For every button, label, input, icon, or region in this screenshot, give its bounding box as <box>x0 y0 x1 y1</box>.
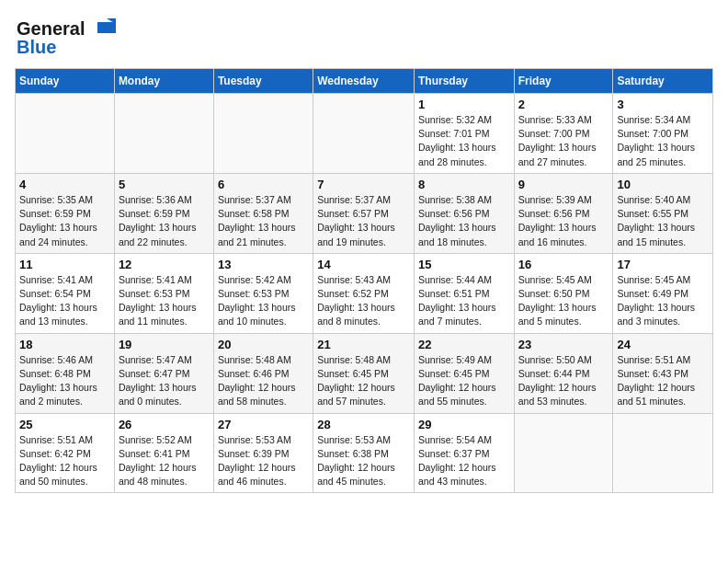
calendar-week-4: 18Sunrise: 5:46 AM Sunset: 6:48 PM Dayli… <box>16 333 713 413</box>
day-info: Sunrise: 5:34 AM Sunset: 7:00 PM Dayligh… <box>617 113 709 169</box>
calendar-week-5: 25Sunrise: 5:51 AM Sunset: 6:42 PM Dayli… <box>16 413 713 493</box>
day-number: 9 <box>518 178 609 191</box>
day-info: Sunrise: 5:32 AM Sunset: 7:01 PM Dayligh… <box>418 113 510 169</box>
day-number: 15 <box>418 258 510 271</box>
day-info: Sunrise: 5:41 AM Sunset: 6:53 PM Dayligh… <box>119 273 210 329</box>
calendar-cell: 29Sunrise: 5:54 AM Sunset: 6:37 PM Dayli… <box>414 413 514 493</box>
day-number: 12 <box>119 258 210 271</box>
day-info: Sunrise: 5:53 AM Sunset: 6:38 PM Dayligh… <box>317 433 410 489</box>
day-info: Sunrise: 5:35 AM Sunset: 6:59 PM Dayligh… <box>19 193 110 249</box>
day-number: 13 <box>218 258 309 271</box>
calendar-cell: 28Sunrise: 5:53 AM Sunset: 6:38 PM Dayli… <box>313 413 415 493</box>
day-number: 8 <box>418 178 510 191</box>
svg-marker-2 <box>97 22 116 33</box>
calendar-week-1: 1Sunrise: 5:32 AM Sunset: 7:01 PM Daylig… <box>16 94 713 174</box>
svg-text:General: General <box>17 18 85 39</box>
day-header-thursday: Thursday <box>414 69 514 94</box>
calendar-cell: 26Sunrise: 5:52 AM Sunset: 6:41 PM Dayli… <box>114 413 213 493</box>
calendar-cell: 4Sunrise: 5:35 AM Sunset: 6:59 PM Daylig… <box>16 173 115 253</box>
day-info: Sunrise: 5:52 AM Sunset: 6:41 PM Dayligh… <box>119 433 210 489</box>
calendar-cell: 24Sunrise: 5:51 AM Sunset: 6:43 PM Dayli… <box>613 333 713 413</box>
header: General Blue <box>15 15 713 61</box>
day-info: Sunrise: 5:46 AM Sunset: 6:48 PM Dayligh… <box>19 353 110 409</box>
day-number: 2 <box>518 98 609 111</box>
calendar-week-3: 11Sunrise: 5:41 AM Sunset: 6:54 PM Dayli… <box>16 253 713 333</box>
day-number: 6 <box>218 178 309 191</box>
day-header-tuesday: Tuesday <box>213 69 313 94</box>
day-number: 22 <box>418 338 510 351</box>
day-info: Sunrise: 5:51 AM Sunset: 6:43 PM Dayligh… <box>617 353 709 409</box>
calendar-cell: 13Sunrise: 5:42 AM Sunset: 6:53 PM Dayli… <box>213 253 313 333</box>
calendar-header-row: SundayMondayTuesdayWednesdayThursdayFrid… <box>16 69 713 94</box>
calendar-cell: 9Sunrise: 5:39 AM Sunset: 6:56 PM Daylig… <box>514 173 613 253</box>
day-number: 24 <box>617 338 709 351</box>
day-info: Sunrise: 5:53 AM Sunset: 6:39 PM Dayligh… <box>218 433 309 489</box>
day-number: 20 <box>218 338 309 351</box>
calendar-cell: 14Sunrise: 5:43 AM Sunset: 6:52 PM Dayli… <box>313 253 415 333</box>
day-header-sunday: Sunday <box>16 69 115 94</box>
calendar-cell <box>613 413 713 493</box>
calendar-cell: 8Sunrise: 5:38 AM Sunset: 6:56 PM Daylig… <box>414 173 514 253</box>
calendar-cell <box>114 94 213 174</box>
calendar-cell: 27Sunrise: 5:53 AM Sunset: 6:39 PM Dayli… <box>213 413 313 493</box>
day-header-monday: Monday <box>114 69 213 94</box>
day-number: 27 <box>218 418 309 431</box>
day-number: 29 <box>418 418 510 431</box>
day-number: 28 <box>317 418 410 431</box>
day-number: 5 <box>119 178 210 191</box>
calendar-cell: 17Sunrise: 5:45 AM Sunset: 6:49 PM Dayli… <box>613 253 713 333</box>
calendar-cell: 23Sunrise: 5:50 AM Sunset: 6:44 PM Dayli… <box>514 333 613 413</box>
calendar-cell: 25Sunrise: 5:51 AM Sunset: 6:42 PM Dayli… <box>16 413 115 493</box>
day-info: Sunrise: 5:47 AM Sunset: 6:47 PM Dayligh… <box>119 353 210 409</box>
day-info: Sunrise: 5:49 AM Sunset: 6:45 PM Dayligh… <box>418 353 510 409</box>
calendar-cell: 18Sunrise: 5:46 AM Sunset: 6:48 PM Dayli… <box>16 333 115 413</box>
calendar-body: 1Sunrise: 5:32 AM Sunset: 7:01 PM Daylig… <box>16 94 713 493</box>
calendar-cell: 20Sunrise: 5:48 AM Sunset: 6:46 PM Dayli… <box>213 333 313 413</box>
day-info: Sunrise: 5:36 AM Sunset: 6:59 PM Dayligh… <box>119 193 210 249</box>
day-number: 1 <box>418 98 510 111</box>
calendar-cell: 3Sunrise: 5:34 AM Sunset: 7:00 PM Daylig… <box>613 94 713 174</box>
day-info: Sunrise: 5:41 AM Sunset: 6:54 PM Dayligh… <box>19 273 110 329</box>
day-info: Sunrise: 5:42 AM Sunset: 6:53 PM Dayligh… <box>218 273 309 329</box>
calendar-cell <box>514 413 613 493</box>
calendar-cell: 19Sunrise: 5:47 AM Sunset: 6:47 PM Dayli… <box>114 333 213 413</box>
calendar-cell: 21Sunrise: 5:48 AM Sunset: 6:45 PM Dayli… <box>313 333 415 413</box>
day-info: Sunrise: 5:40 AM Sunset: 6:55 PM Dayligh… <box>617 193 709 249</box>
day-info: Sunrise: 5:45 AM Sunset: 6:50 PM Dayligh… <box>518 273 609 329</box>
day-number: 3 <box>617 98 709 111</box>
logo-svg: General Blue <box>15 15 116 61</box>
day-info: Sunrise: 5:37 AM Sunset: 6:58 PM Dayligh… <box>218 193 309 249</box>
day-number: 11 <box>19 258 110 271</box>
calendar-cell: 7Sunrise: 5:37 AM Sunset: 6:57 PM Daylig… <box>313 173 415 253</box>
calendar-cell: 22Sunrise: 5:49 AM Sunset: 6:45 PM Dayli… <box>414 333 514 413</box>
logo: General Blue <box>15 15 116 61</box>
day-header-friday: Friday <box>514 69 613 94</box>
day-info: Sunrise: 5:54 AM Sunset: 6:37 PM Dayligh… <box>418 433 510 489</box>
day-number: 26 <box>119 418 210 431</box>
day-info: Sunrise: 5:37 AM Sunset: 6:57 PM Dayligh… <box>317 193 410 249</box>
calendar-cell <box>313 94 415 174</box>
calendar-cell: 15Sunrise: 5:44 AM Sunset: 6:51 PM Dayli… <box>414 253 514 333</box>
calendar-cell: 12Sunrise: 5:41 AM Sunset: 6:53 PM Dayli… <box>114 253 213 333</box>
calendar-cell: 2Sunrise: 5:33 AM Sunset: 7:00 PM Daylig… <box>514 94 613 174</box>
day-number: 21 <box>317 338 410 351</box>
day-number: 16 <box>518 258 609 271</box>
day-info: Sunrise: 5:43 AM Sunset: 6:52 PM Dayligh… <box>317 273 410 329</box>
day-number: 18 <box>19 338 110 351</box>
day-number: 23 <box>518 338 609 351</box>
day-info: Sunrise: 5:48 AM Sunset: 6:45 PM Dayligh… <box>317 353 410 409</box>
day-number: 4 <box>19 178 110 191</box>
day-header-wednesday: Wednesday <box>313 69 415 94</box>
calendar-cell: 1Sunrise: 5:32 AM Sunset: 7:01 PM Daylig… <box>414 94 514 174</box>
day-info: Sunrise: 5:38 AM Sunset: 6:56 PM Dayligh… <box>418 193 510 249</box>
day-header-saturday: Saturday <box>613 69 713 94</box>
day-number: 14 <box>317 258 410 271</box>
calendar-table: SundayMondayTuesdayWednesdayThursdayFrid… <box>15 68 713 493</box>
calendar-cell: 10Sunrise: 5:40 AM Sunset: 6:55 PM Dayli… <box>613 173 713 253</box>
calendar-cell <box>16 94 115 174</box>
svg-text:Blue: Blue <box>17 37 56 57</box>
day-number: 10 <box>617 178 709 191</box>
calendar-cell: 16Sunrise: 5:45 AM Sunset: 6:50 PM Dayli… <box>514 253 613 333</box>
day-number: 19 <box>119 338 210 351</box>
day-number: 25 <box>19 418 110 431</box>
